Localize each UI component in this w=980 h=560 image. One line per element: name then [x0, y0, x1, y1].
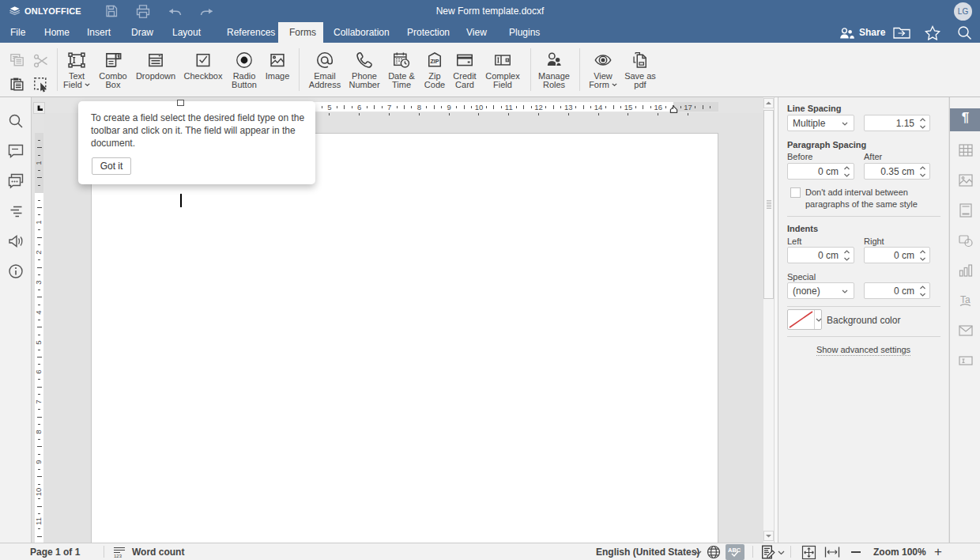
svg-text:Ta: Ta: [960, 294, 971, 305]
svg-text:ABC: ABC: [728, 547, 741, 554]
svg-text:ZIP: ZIP: [430, 59, 439, 65]
svg-text:123: 123: [114, 554, 122, 558]
